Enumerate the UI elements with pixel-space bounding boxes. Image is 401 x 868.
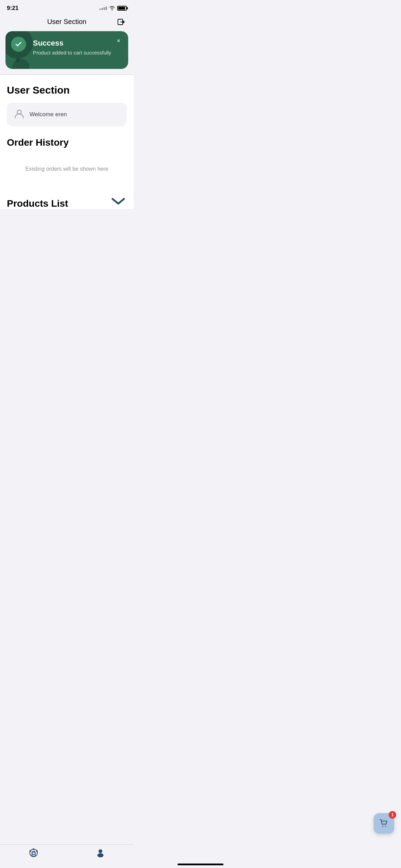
scroll-down-chevron[interactable] [110,196,127,206]
wifi-icon [109,5,115,11]
logout-button[interactable] [116,16,127,27]
success-toast: Success Product added to cart successful… [5,31,128,69]
header-title: User Section [47,18,87,26]
page-header: User Section [0,14,134,31]
toast-message: Product added to cart successfully [33,50,121,56]
main-content: User Section Welcome eren Order History … [0,75,134,193]
products-list-section: Products List [0,193,134,209]
toast-blob-bottom [12,59,29,69]
status-icons [99,5,127,11]
signal-icon [99,7,107,10]
toast-blob-dot [16,58,20,62]
products-list-title: Products List [7,198,68,209]
logout-icon [117,17,126,27]
toast-title: Success [33,39,121,48]
toast-content: Success Product added to cart successful… [12,37,121,56]
toast-container: Success Product added to cart successful… [0,31,134,74]
welcome-text: Welcome eren [29,111,67,118]
user-icon [14,108,25,121]
empty-orders-message: Existing orders will be shown here [7,159,127,186]
welcome-card: Welcome eren [7,103,127,126]
user-section-title: User Section [7,84,127,96]
toast-close-button[interactable]: × [114,37,123,45]
status-bar: 9:21 [0,0,134,14]
battery-icon [117,6,127,11]
order-history-title: Order History [7,137,127,148]
status-time: 9:21 [7,5,19,12]
